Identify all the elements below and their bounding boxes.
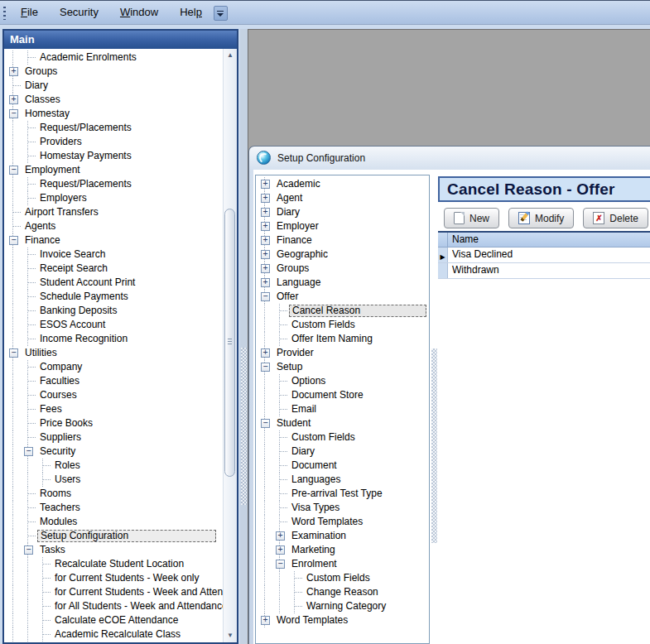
tree-item-homestay[interactable]: −Homestay: [4, 107, 223, 121]
collapse-minus-icon[interactable]: −: [9, 348, 18, 358]
tree-item-fees[interactable]: Fees: [4, 402, 223, 416]
tree-item-airport-transfers[interactable]: Airport Transfers: [4, 205, 223, 219]
modify-button[interactable]: Modify: [508, 208, 574, 228]
tree-item-student[interactable]: −Student: [256, 416, 429, 430]
tree-item-offer[interactable]: −Offer: [256, 290, 429, 304]
tree-item-student-account-print[interactable]: Student Account Print: [4, 276, 223, 290]
tree-item-offer-item-naming[interactable]: Offer Item Naming: [256, 332, 429, 346]
column-header-name[interactable]: Name: [448, 233, 650, 247]
menu-window[interactable]: Window: [109, 1, 169, 24]
expand-plus-icon[interactable]: +: [261, 208, 270, 217]
panel-splitter[interactable]: [240, 29, 248, 644]
scroll-down-icon[interactable]: ▼: [224, 629, 237, 642]
table-row[interactable]: Withdrawn: [438, 263, 650, 279]
collapse-minus-icon[interactable]: −: [261, 363, 270, 372]
collapse-minus-icon[interactable]: −: [261, 292, 270, 301]
delete-button[interactable]: ✗Delete: [583, 208, 648, 228]
tree-item-rooms[interactable]: Rooms: [4, 487, 223, 501]
tree-item-banking-deposits[interactable]: Banking Deposits: [4, 304, 223, 318]
menu-help[interactable]: Help: [169, 1, 213, 24]
tree-item-for-current-students-week-and-attendance[interactable]: for Current Students - Week and Attendan…: [4, 585, 223, 599]
tree-item-suppliers[interactable]: Suppliers: [4, 430, 223, 445]
tree-item-company[interactable]: Company: [4, 360, 223, 374]
tree-item-invoice-search[interactable]: Invoice Search: [4, 248, 223, 262]
expand-plus-icon[interactable]: +: [276, 545, 285, 555]
tree-item-roles[interactable]: Roles: [4, 459, 223, 473]
expand-plus-icon[interactable]: +: [261, 264, 270, 273]
expand-plus-icon[interactable]: +: [261, 180, 270, 189]
menu-file[interactable]: File: [10, 1, 49, 24]
collapse-minus-icon[interactable]: −: [24, 447, 33, 456]
dialog-splitter[interactable]: [430, 175, 438, 644]
tree-item-examination[interactable]: +Examination: [256, 529, 429, 543]
tree-item-enrolment[interactable]: −Enrolment: [256, 557, 429, 571]
expand-plus-icon[interactable]: +: [261, 616, 270, 625]
tree-item-homestay-payments[interactable]: Homestay Payments: [4, 149, 223, 163]
expand-plus-icon[interactable]: +: [261, 348, 270, 358]
tree-item-finance[interactable]: +Finance: [256, 233, 429, 248]
tree-item-for-all-students-week-and-attendance[interactable]: for All Students - Week and Attendance: [4, 599, 223, 613]
dialog-titlebar[interactable]: Setup Configuration: [249, 147, 650, 169]
tree-item-security[interactable]: −Security: [4, 445, 223, 459]
tree-item-employer[interactable]: +Employer: [256, 219, 429, 233]
tree-item-warning-category[interactable]: Warning Category: [256, 599, 429, 613]
tree-item-diary[interactable]: Diary: [256, 445, 429, 459]
tree-item-document-store[interactable]: Document Store: [256, 388, 429, 402]
tree-item-courses[interactable]: Courses: [4, 388, 223, 402]
tree-item-esos-account[interactable]: ESOS Account: [4, 318, 223, 332]
tree-item-employment[interactable]: −Employment: [4, 163, 223, 177]
tree-item-provider[interactable]: +Provider: [256, 346, 429, 360]
tree-item-options[interactable]: Options: [256, 374, 429, 388]
tree-item-for-current-students-week-only[interactable]: for Current Students - Week only: [4, 571, 223, 585]
tree-item-modules[interactable]: Modules: [4, 515, 223, 529]
tree-item-teachers[interactable]: Teachers: [4, 501, 223, 515]
toolbar-grip-icon[interactable]: [3, 7, 6, 20]
collapse-minus-icon[interactable]: −: [9, 236, 18, 245]
tree-item-document[interactable]: Document: [256, 459, 429, 473]
tree-item-receipt-search[interactable]: Receipt Search: [4, 262, 223, 276]
collapse-minus-icon[interactable]: −: [261, 419, 270, 428]
expand-plus-icon[interactable]: +: [261, 236, 270, 245]
table-row[interactable]: ▶Visa Declined: [438, 248, 650, 263]
tree-item-setup-configuration[interactable]: Setup Configuration: [4, 529, 223, 543]
expand-plus-icon[interactable]: +: [261, 278, 270, 287]
tree-item-income-recognition[interactable]: Income Recognition: [4, 332, 223, 346]
tree-item-marketing[interactable]: +Marketing: [256, 543, 429, 557]
tree-item-tasks[interactable]: −Tasks: [4, 543, 223, 557]
tree-item-email[interactable]: Email: [256, 402, 429, 416]
tree-item-diary[interactable]: +Diary: [256, 205, 429, 219]
tree-item-faculties[interactable]: Faculties: [4, 374, 223, 388]
collapse-minus-icon[interactable]: −: [9, 109, 18, 118]
expand-plus-icon[interactable]: +: [9, 95, 18, 104]
tree-item-agent[interactable]: +Agent: [256, 191, 429, 205]
tree-item-price-books[interactable]: Price Books: [4, 416, 223, 430]
tree-item-custom-fields[interactable]: Custom Fields: [256, 318, 429, 332]
collapse-minus-icon[interactable]: −: [24, 545, 33, 555]
tree-item-users[interactable]: Users: [4, 473, 223, 487]
tree-item-groups[interactable]: +Groups: [4, 65, 223, 79]
scrollbar-thumb[interactable]: [224, 209, 235, 477]
toolbar-overflow-button[interactable]: [214, 6, 228, 21]
expand-plus-icon[interactable]: +: [261, 194, 270, 203]
tree-item-agents[interactable]: Agents: [4, 219, 223, 233]
expand-plus-icon[interactable]: +: [261, 250, 270, 259]
main-tree-scrollbar[interactable]: ▲ ▼: [223, 49, 237, 642]
tree-item-academic-recalculate-class[interactable]: Academic Recalculate Class: [4, 627, 223, 642]
tree-item-custom-fields[interactable]: Custom Fields: [256, 430, 429, 445]
tree-item-diary[interactable]: Diary: [4, 79, 223, 93]
new-button[interactable]: New: [444, 208, 499, 228]
expand-plus-icon[interactable]: +: [9, 67, 18, 76]
tree-item-classes[interactable]: +Classes: [4, 93, 223, 107]
tree-item-word-templates[interactable]: +Word Templates: [256, 613, 429, 627]
tree-item-schedule-payments[interactable]: Schedule Payments: [4, 290, 223, 304]
collapse-minus-icon[interactable]: −: [276, 560, 285, 569]
tree-item-finance[interactable]: −Finance: [4, 233, 223, 248]
expand-plus-icon[interactable]: +: [276, 531, 285, 541]
tree-item-employers[interactable]: Employers: [4, 191, 223, 205]
tree-item-academic-enrolments[interactable]: Academic Enrolments: [4, 50, 223, 65]
tree-item-academic[interactable]: +Academic: [256, 177, 429, 191]
tree-item-change-reason[interactable]: Change Reason: [256, 585, 429, 599]
tree-item-cancel-reason[interactable]: Cancel Reason: [256, 304, 429, 318]
tree-item-calculate-ecoe-attendance[interactable]: Calculate eCOE Attendance: [4, 613, 223, 627]
tree-item-pre-arrival-test-type[interactable]: Pre-arrival Test Type: [256, 487, 429, 501]
